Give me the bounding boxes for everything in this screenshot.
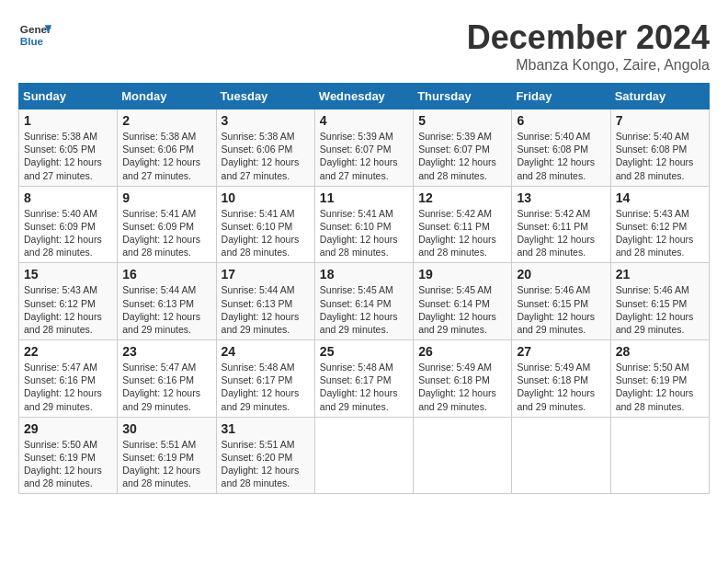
day-number: 21 — [616, 267, 704, 282]
calendar-day-cell: 31Sunrise: 5:51 AM Sunset: 6:20 PM Dayli… — [216, 417, 314, 494]
calendar-day-cell — [512, 417, 610, 494]
calendar-day-cell: 9Sunrise: 5:41 AM Sunset: 6:09 PM Daylig… — [118, 186, 216, 263]
calendar-week-row: 22Sunrise: 5:47 AM Sunset: 6:16 PM Dayli… — [19, 340, 710, 418]
calendar-day-cell: 4Sunrise: 5:39 AM Sunset: 6:07 PM Daylig… — [314, 109, 413, 187]
calendar-day-cell: 12Sunrise: 5:42 AM Sunset: 6:11 PM Dayli… — [414, 186, 512, 263]
calendar-day-cell: 3Sunrise: 5:38 AM Sunset: 6:06 PM Daylig… — [216, 109, 314, 187]
calendar-header-row: SundayMondayTuesdayWednesdayThursdayFrid… — [19, 84, 710, 109]
day-number: 19 — [418, 267, 506, 282]
calendar-day-cell — [414, 417, 512, 494]
calendar-day-cell: 14Sunrise: 5:43 AM Sunset: 6:12 PM Dayli… — [610, 186, 709, 263]
day-number: 15 — [24, 267, 112, 282]
calendar-day-cell: 26Sunrise: 5:49 AM Sunset: 6:18 PM Dayli… — [414, 340, 512, 418]
calendar-day-cell: 2Sunrise: 5:38 AM Sunset: 6:06 PM Daylig… — [118, 109, 216, 187]
calendar-table: SundayMondayTuesdayWednesdayThursdayFrid… — [18, 83, 710, 494]
month-title: December 2024 — [467, 18, 710, 57]
day-number: 1 — [24, 113, 112, 128]
calendar-header-cell: Wednesday — [314, 84, 413, 109]
calendar-day-cell: 28Sunrise: 5:50 AM Sunset: 6:19 PM Dayli… — [610, 340, 709, 418]
day-info: Sunrise: 5:38 AM Sunset: 6:06 PM Dayligh… — [122, 130, 210, 182]
logo: General Blue — [18, 18, 51, 52]
calendar-day-cell: 11Sunrise: 5:41 AM Sunset: 6:10 PM Dayli… — [314, 186, 413, 263]
day-number: 8 — [24, 190, 112, 205]
day-info: Sunrise: 5:51 AM Sunset: 6:19 PM Dayligh… — [122, 438, 210, 490]
day-number: 25 — [320, 344, 408, 359]
day-number: 5 — [418, 113, 506, 128]
calendar-header-cell: Tuesday — [216, 84, 314, 109]
calendar-header-cell: Saturday — [610, 84, 709, 109]
day-info: Sunrise: 5:39 AM Sunset: 6:07 PM Dayligh… — [320, 130, 408, 182]
day-info: Sunrise: 5:42 AM Sunset: 6:11 PM Dayligh… — [517, 207, 605, 259]
day-info: Sunrise: 5:38 AM Sunset: 6:05 PM Dayligh… — [24, 130, 112, 182]
day-info: Sunrise: 5:38 AM Sunset: 6:06 PM Dayligh… — [222, 130, 310, 182]
calendar-day-cell: 1Sunrise: 5:38 AM Sunset: 6:05 PM Daylig… — [19, 109, 118, 187]
calendar-day-cell: 10Sunrise: 5:41 AM Sunset: 6:10 PM Dayli… — [216, 186, 314, 263]
calendar-week-row: 1Sunrise: 5:38 AM Sunset: 6:05 PM Daylig… — [19, 109, 710, 187]
day-number: 24 — [222, 344, 310, 359]
day-info: Sunrise: 5:48 AM Sunset: 6:17 PM Dayligh… — [320, 361, 408, 413]
day-number: 6 — [517, 113, 605, 128]
day-number: 4 — [320, 113, 408, 128]
day-number: 2 — [122, 113, 210, 128]
calendar-day-cell: 20Sunrise: 5:46 AM Sunset: 6:15 PM Dayli… — [512, 263, 610, 340]
day-number: 16 — [122, 267, 210, 282]
day-info: Sunrise: 5:49 AM Sunset: 6:18 PM Dayligh… — [418, 361, 506, 413]
day-info: Sunrise: 5:40 AM Sunset: 6:08 PM Dayligh… — [616, 130, 704, 182]
calendar-day-cell: 27Sunrise: 5:49 AM Sunset: 6:18 PM Dayli… — [512, 340, 610, 418]
calendar-day-cell: 16Sunrise: 5:44 AM Sunset: 6:13 PM Dayli… — [118, 263, 216, 340]
day-number: 12 — [418, 190, 506, 205]
day-number: 22 — [24, 344, 112, 359]
title-area: December 2024 Mbanza Kongo, Zaire, Angol… — [467, 18, 710, 74]
location-title: Mbanza Kongo, Zaire, Angola — [467, 57, 710, 74]
calendar-day-cell: 13Sunrise: 5:42 AM Sunset: 6:11 PM Dayli… — [512, 186, 610, 263]
day-number: 3 — [222, 113, 310, 128]
calendar-day-cell: 17Sunrise: 5:44 AM Sunset: 6:13 PM Dayli… — [216, 263, 314, 340]
calendar-body: 1Sunrise: 5:38 AM Sunset: 6:05 PM Daylig… — [19, 109, 710, 494]
calendar-week-row: 8Sunrise: 5:40 AM Sunset: 6:09 PM Daylig… — [19, 186, 710, 263]
day-number: 26 — [418, 344, 506, 359]
calendar-day-cell: 15Sunrise: 5:43 AM Sunset: 6:12 PM Dayli… — [19, 263, 118, 340]
calendar-header-cell: Thursday — [414, 84, 512, 109]
day-info: Sunrise: 5:46 AM Sunset: 6:15 PM Dayligh… — [616, 283, 704, 336]
calendar-header-cell: Friday — [512, 84, 610, 109]
day-number: 27 — [517, 344, 605, 359]
calendar-day-cell: 23Sunrise: 5:47 AM Sunset: 6:16 PM Dayli… — [118, 340, 216, 418]
calendar-day-cell: 18Sunrise: 5:45 AM Sunset: 6:14 PM Dayli… — [314, 263, 413, 340]
day-number: 14 — [616, 190, 704, 205]
day-info: Sunrise: 5:41 AM Sunset: 6:10 PM Dayligh… — [320, 207, 408, 259]
svg-text:Blue: Blue — [20, 35, 44, 47]
calendar-week-row: 29Sunrise: 5:50 AM Sunset: 6:19 PM Dayli… — [19, 417, 710, 494]
day-info: Sunrise: 5:51 AM Sunset: 6:20 PM Dayligh… — [222, 438, 310, 490]
day-number: 28 — [616, 344, 704, 359]
calendar-day-cell — [610, 417, 709, 494]
day-number: 7 — [616, 113, 704, 128]
day-info: Sunrise: 5:39 AM Sunset: 6:07 PM Dayligh… — [418, 130, 506, 182]
day-number: 31 — [222, 421, 310, 436]
day-info: Sunrise: 5:41 AM Sunset: 6:10 PM Dayligh… — [222, 207, 310, 259]
logo-icon: General Blue — [18, 18, 51, 52]
day-info: Sunrise: 5:43 AM Sunset: 6:12 PM Dayligh… — [616, 207, 704, 259]
day-info: Sunrise: 5:49 AM Sunset: 6:18 PM Dayligh… — [517, 361, 605, 413]
calendar-header-cell: Monday — [118, 84, 216, 109]
day-info: Sunrise: 5:44 AM Sunset: 6:13 PM Dayligh… — [122, 283, 210, 336]
day-number: 29 — [24, 421, 112, 436]
day-number: 9 — [122, 190, 210, 205]
day-info: Sunrise: 5:48 AM Sunset: 6:17 PM Dayligh… — [222, 361, 310, 413]
calendar-day-cell: 22Sunrise: 5:47 AM Sunset: 6:16 PM Dayli… — [19, 340, 118, 418]
day-info: Sunrise: 5:45 AM Sunset: 6:14 PM Dayligh… — [418, 283, 506, 336]
calendar-day-cell: 29Sunrise: 5:50 AM Sunset: 6:19 PM Dayli… — [19, 417, 118, 494]
calendar-day-cell: 25Sunrise: 5:48 AM Sunset: 6:17 PM Dayli… — [314, 340, 413, 418]
day-number: 20 — [517, 267, 605, 282]
day-info: Sunrise: 5:40 AM Sunset: 6:09 PM Dayligh… — [24, 207, 112, 259]
day-number: 30 — [122, 421, 210, 436]
day-info: Sunrise: 5:50 AM Sunset: 6:19 PM Dayligh… — [24, 438, 112, 490]
calendar-day-cell: 6Sunrise: 5:40 AM Sunset: 6:08 PM Daylig… — [512, 109, 610, 187]
calendar-day-cell: 24Sunrise: 5:48 AM Sunset: 6:17 PM Dayli… — [216, 340, 314, 418]
page-header: General Blue December 2024 Mbanza Kongo,… — [18, 18, 710, 74]
day-info: Sunrise: 5:47 AM Sunset: 6:16 PM Dayligh… — [24, 361, 112, 413]
day-info: Sunrise: 5:40 AM Sunset: 6:08 PM Dayligh… — [517, 130, 605, 182]
day-info: Sunrise: 5:46 AM Sunset: 6:15 PM Dayligh… — [517, 283, 605, 336]
day-number: 18 — [320, 267, 408, 282]
day-info: Sunrise: 5:44 AM Sunset: 6:13 PM Dayligh… — [222, 283, 310, 336]
day-info: Sunrise: 5:42 AM Sunset: 6:11 PM Dayligh… — [418, 207, 506, 259]
